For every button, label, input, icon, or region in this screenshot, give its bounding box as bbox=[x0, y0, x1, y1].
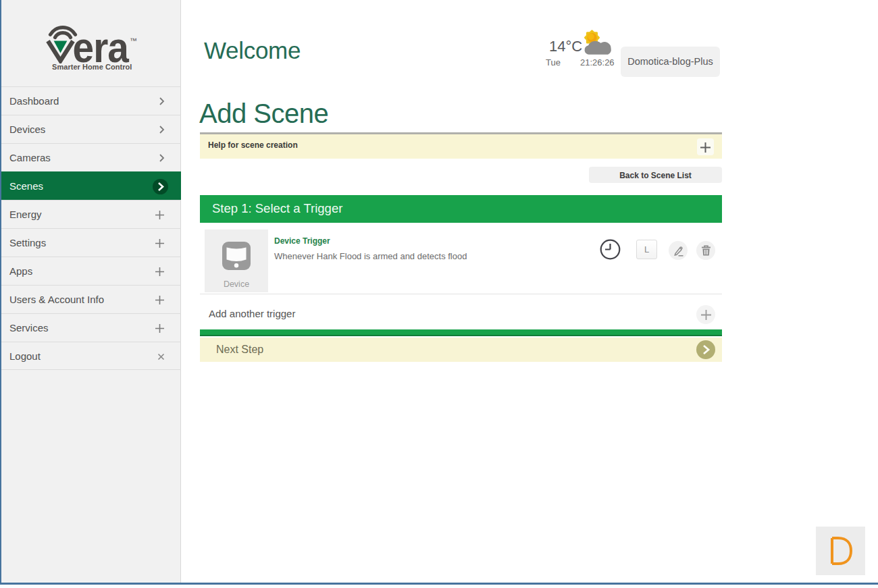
svg-text:™: ™ bbox=[130, 36, 137, 45]
svg-text:era: era bbox=[73, 24, 130, 63]
